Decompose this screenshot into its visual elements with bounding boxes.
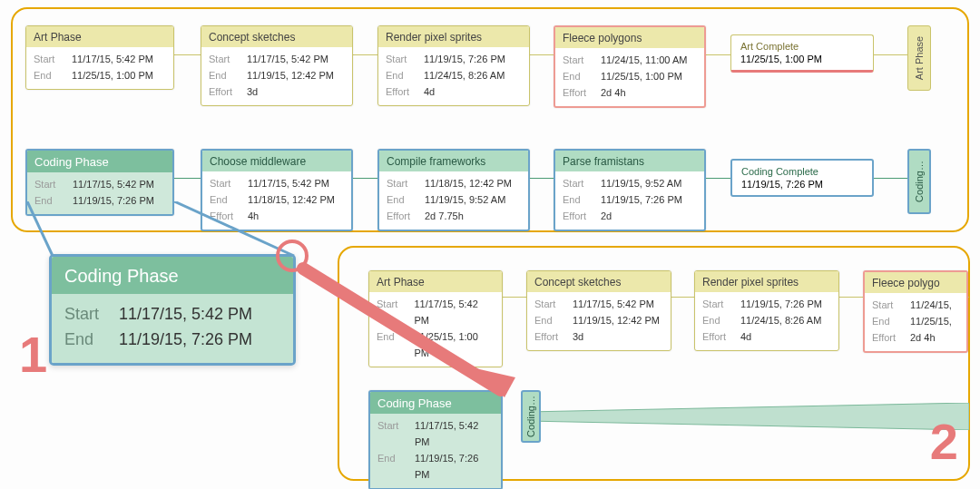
task-fleece-polygons-2[interactable]: Fleece polygo Start11/24/15, End11/25/15…	[863, 270, 968, 353]
panel-1-number: 1	[19, 325, 47, 384]
card-title: Parse framistans	[555, 151, 704, 171]
callout-ring-icon	[276, 240, 309, 272]
endcap-art-phase-1[interactable]: Art Phase	[907, 25, 931, 91]
value-start: 11/17/15, 5:42 PM	[72, 51, 153, 67]
card-title: Render pixel sprites	[378, 26, 529, 47]
task-concept-sketches-2[interactable]: Concept sketches Start11/17/15, 5:42 PM …	[526, 270, 671, 351]
callout-start: 11/17/15, 5:42 PM	[119, 301, 252, 327]
label-start: Start	[34, 51, 64, 67]
callout-end-label: End	[64, 327, 108, 352]
callout-start-label: Start	[64, 301, 108, 327]
milestone-title: Coding Complete	[741, 166, 863, 177]
task-fleece-polygons-1[interactable]: Fleece polygons Start11/24/15, 11:00 AM …	[554, 25, 706, 108]
coding-phase-card-1[interactable]: Coding Phase Start11/17/15, 5:42 PM End1…	[25, 149, 174, 216]
task-render-pixel-sprites-2[interactable]: Render pixel sprites Start11/19/15, 7:26…	[694, 270, 839, 351]
card-title: Coding Phase	[27, 151, 172, 172]
card-title: Art Phase	[369, 271, 502, 292]
card-title: Concept sketches	[201, 26, 352, 47]
endcap-coding-1[interactable]: Coding…	[907, 149, 931, 214]
coding-phase-card-2[interactable]: Coding Phase Start11/17/15, 5:42 PM End1…	[368, 390, 503, 489]
task-parse-framistans-1[interactable]: Parse framistans Start11/19/15, 9:52 AM …	[554, 149, 706, 231]
milestone-coding-complete-1[interactable]: Coding Complete 11/19/15, 7:26 PM	[730, 159, 874, 197]
milestone-date: 11/19/15, 7:26 PM	[741, 179, 863, 190]
task-compile-frameworks-1[interactable]: Compile frameworks Start11/18/15, 12:42 …	[377, 149, 530, 231]
art-phase-card-2[interactable]: Art Phase Start11/17/15, 5:42 PM End11/2…	[368, 270, 503, 367]
endcap-label: Coding…	[914, 161, 925, 202]
endcap-coding-2[interactable]: Coding…	[521, 390, 541, 443]
milestone-art-complete-1[interactable]: Art Complete 11/25/15, 1:00 PM	[730, 34, 874, 73]
value-end: 11/25/15, 1:00 PM	[72, 67, 153, 83]
task-concept-sketches-1[interactable]: Concept sketches Start11/17/15, 5:42 PM …	[201, 25, 353, 106]
milestone-date: 11/25/15, 1:00 PM	[740, 54, 864, 64]
endcap-label: Art Phase	[914, 36, 925, 80]
callout-coding-phase: Coding Phase Start11/17/15, 5:42 PM End1…	[49, 254, 296, 366]
art-phase-card-1[interactable]: Art Phase Start11/17/15, 5:42 PM End11/2…	[25, 25, 174, 90]
callout-title: Coding Phase	[52, 257, 293, 294]
task-choose-middleware-1[interactable]: Choose middleware Start11/17/15, 5:42 PM…	[201, 149, 353, 231]
task-render-pixel-sprites-1[interactable]: Render pixel sprites Start11/19/15, 7:26…	[377, 25, 530, 106]
card-title: Fleece polygons	[555, 27, 704, 48]
panel-2-number: 2	[930, 412, 958, 471]
label-end: End	[34, 67, 64, 83]
card-title: Compile frameworks	[379, 151, 528, 171]
card-title: Choose middleware	[202, 151, 351, 171]
endcap-label: Coding…	[525, 396, 536, 437]
card-title: Art Phase	[26, 26, 173, 47]
milestone-title: Art Complete	[740, 41, 864, 52]
callout-end: 11/19/15, 7:26 PM	[119, 327, 252, 352]
